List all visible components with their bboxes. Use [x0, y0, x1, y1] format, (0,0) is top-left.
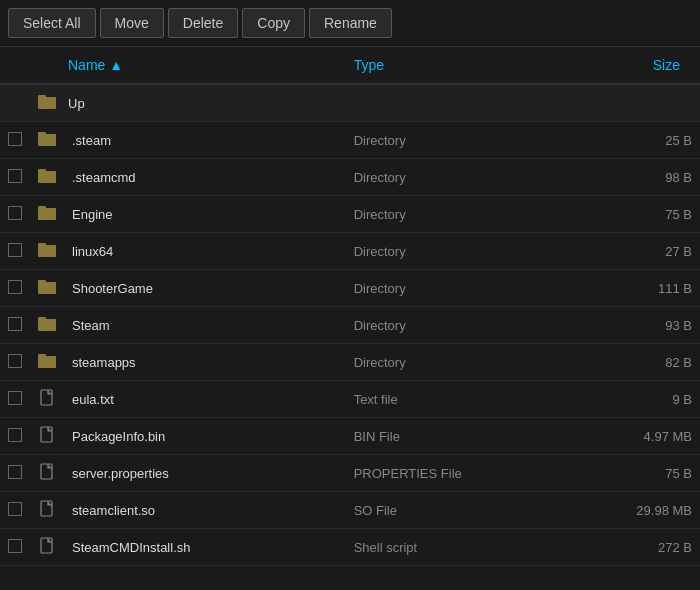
file-type: Directory — [346, 159, 599, 196]
name-column-label: Name ▲ — [68, 57, 123, 73]
file-icon — [40, 426, 54, 446]
file-size: 82 B — [599, 344, 700, 381]
table-row[interactable]: PackageInfo.bin BIN File 4.97 MB — [0, 418, 700, 455]
checkbox-cell[interactable] — [0, 159, 30, 196]
file-size: 29.98 MB — [599, 492, 700, 529]
table-row[interactable]: Engine Directory 75 B — [0, 196, 700, 233]
file-name[interactable]: linux64 — [64, 233, 346, 270]
table-row[interactable]: .steamcmd Directory 98 B — [0, 159, 700, 196]
file-type: Shell script — [346, 529, 599, 566]
type-column-label: Type — [354, 57, 384, 73]
svg-rect-18 — [41, 464, 52, 479]
copy-button[interactable]: Copy — [242, 8, 305, 38]
svg-rect-16 — [41, 390, 52, 405]
file-name[interactable]: PackageInfo.bin — [64, 418, 346, 455]
file-name[interactable]: .steam — [64, 122, 346, 159]
checkbox-cell[interactable] — [0, 381, 30, 418]
type-column[interactable]: Type — [346, 47, 599, 84]
file-name[interactable]: eula.txt — [64, 381, 346, 418]
checkbox-cell[interactable] — [0, 418, 30, 455]
file-size — [599, 84, 700, 122]
checkbox[interactable] — [8, 391, 22, 405]
table-row[interactable]: eula.txt Text file 9 B — [0, 381, 700, 418]
checkbox[interactable] — [8, 354, 22, 368]
size-column-label: Size — [653, 57, 680, 73]
checkbox-cell[interactable] — [0, 122, 30, 159]
table-row[interactable]: ShooterGame Directory 111 B — [0, 270, 700, 307]
icon-cell — [30, 307, 64, 344]
table-row[interactable]: .steam Directory 25 B — [0, 122, 700, 159]
icon-cell — [30, 455, 64, 492]
checkbox[interactable] — [8, 206, 22, 220]
file-size: 9 B — [599, 381, 700, 418]
checkbox[interactable] — [8, 169, 22, 183]
file-type — [346, 84, 599, 122]
file-name[interactable]: steamapps — [64, 344, 346, 381]
checkbox-cell[interactable] — [0, 196, 30, 233]
select-all-button[interactable]: Select All — [8, 8, 96, 38]
file-type: Directory — [346, 270, 599, 307]
checkbox-cell[interactable] — [0, 529, 30, 566]
icon-cell — [30, 344, 64, 381]
checkbox-cell[interactable] — [0, 492, 30, 529]
icon-header — [30, 47, 64, 84]
table-row[interactable]: steamclient.so SO File 29.98 MB — [0, 492, 700, 529]
svg-rect-3 — [38, 132, 46, 136]
checkbox-header — [0, 47, 30, 84]
folder-icon — [38, 204, 56, 224]
toolbar: Select AllMoveDeleteCopyRename — [0, 0, 700, 47]
table-row[interactable]: Steam Directory 93 B — [0, 307, 700, 344]
svg-rect-11 — [38, 280, 46, 284]
table-row[interactable]: server.properties PROPERTIES File 75 B — [0, 455, 700, 492]
checkbox[interactable] — [8, 280, 22, 294]
file-name[interactable]: Up — [64, 84, 346, 122]
file-name[interactable]: Steam — [64, 307, 346, 344]
file-size: 272 B — [599, 529, 700, 566]
file-name[interactable]: server.properties — [64, 455, 346, 492]
checkbox[interactable] — [8, 132, 22, 146]
table-row[interactable]: steamapps Directory 82 B — [0, 344, 700, 381]
svg-rect-9 — [38, 243, 46, 247]
table-header-row: Name ▲ Type Size — [0, 47, 700, 84]
file-name[interactable]: Engine — [64, 196, 346, 233]
folder-icon — [38, 352, 56, 372]
file-name[interactable]: SteamCMDInstall.sh — [64, 529, 346, 566]
svg-rect-1 — [38, 95, 46, 99]
icon-cell — [30, 492, 64, 529]
rename-button[interactable]: Rename — [309, 8, 392, 38]
checkbox[interactable] — [8, 465, 22, 479]
checkbox-cell[interactable] — [0, 344, 30, 381]
icon-cell — [30, 159, 64, 196]
table-row[interactable]: linux64 Directory 27 B — [0, 233, 700, 270]
checkbox-cell[interactable] — [0, 455, 30, 492]
move-button[interactable]: Move — [100, 8, 164, 38]
file-name[interactable]: ShooterGame — [64, 270, 346, 307]
file-type: SO File — [346, 492, 599, 529]
file-size: 111 B — [599, 270, 700, 307]
checkbox[interactable] — [8, 502, 22, 516]
checkbox[interactable] — [8, 428, 22, 442]
checkbox-cell[interactable] — [0, 233, 30, 270]
file-name[interactable]: steamclient.so — [64, 492, 346, 529]
svg-rect-20 — [41, 538, 52, 553]
file-name[interactable]: .steamcmd — [64, 159, 346, 196]
folder-icon — [38, 130, 56, 150]
name-column[interactable]: Name ▲ — [64, 47, 346, 84]
file-icon — [40, 389, 54, 409]
checkbox[interactable] — [8, 539, 22, 553]
icon-cell — [30, 196, 64, 233]
table-row[interactable]: SteamCMDInstall.sh Shell script 272 B — [0, 529, 700, 566]
file-icon — [40, 463, 54, 483]
file-size: 4.97 MB — [599, 418, 700, 455]
size-column[interactable]: Size — [599, 47, 700, 84]
checkbox-cell[interactable] — [0, 270, 30, 307]
icon-cell — [30, 270, 64, 307]
svg-rect-19 — [41, 501, 52, 516]
file-type: Directory — [346, 307, 599, 344]
checkbox-cell — [0, 84, 30, 122]
checkbox[interactable] — [8, 243, 22, 257]
checkbox-cell[interactable] — [0, 307, 30, 344]
checkbox[interactable] — [8, 317, 22, 331]
delete-button[interactable]: Delete — [168, 8, 238, 38]
table-row-up[interactable]: Up — [0, 84, 700, 122]
